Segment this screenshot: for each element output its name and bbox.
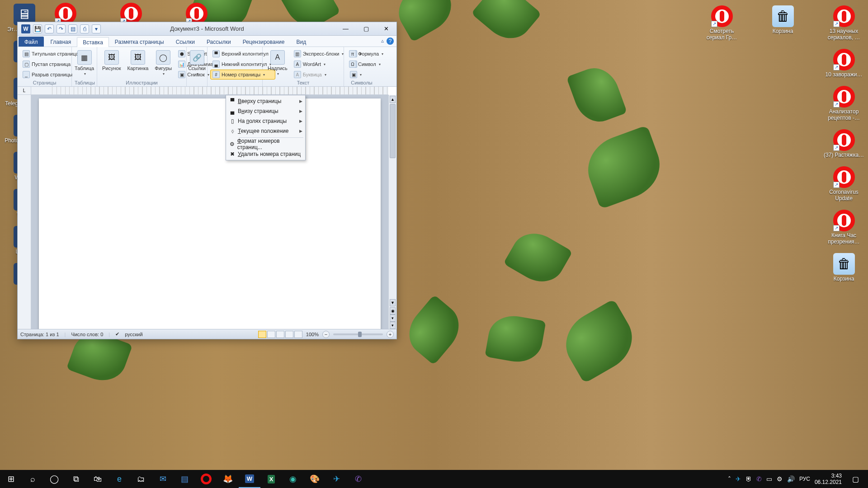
start-button[interactable]: ⊞ — [0, 470, 22, 488]
taskbar-word[interactable]: W — [239, 470, 260, 488]
horizontal-ruler[interactable] — [31, 87, 388, 95]
qat-new-button[interactable]: ▤ — [68, 24, 77, 33]
titlebar[interactable]: W 💾 ↶ ↷ ▤ ⎙ ▾ Документ3 - Microsoft Word… — [18, 22, 396, 36]
browse-object-button[interactable]: ▾ — [390, 314, 396, 322]
desktop-icon-watch-serial[interactable]: ↗Смотреть сериал Гр… — [702, 5, 742, 41]
menu-top-of-page[interactable]: ▀Вверху страницы▶ — [227, 96, 304, 106]
qat-redo-button[interactable]: ↷ — [57, 24, 66, 33]
view-outline[interactable] — [285, 331, 293, 338]
textbox-button[interactable]: AНадпись▾ — [265, 49, 290, 77]
desktop-icon-10-zav[interactable]: ↗10 заворажи… — [824, 49, 864, 78]
taskbar-opera[interactable] — [195, 470, 217, 488]
tab-home[interactable]: Главная — [45, 37, 77, 47]
vertical-scrollbar[interactable]: ▲ ▼ ◉ ▾ ▾ — [388, 95, 396, 329]
desktop-icon-recycle-bin-2[interactable]: 🗑Корзина — [824, 253, 864, 282]
search-button[interactable]: ⌕ — [22, 470, 43, 488]
tray-security-icon[interactable]: ⛨ — [745, 475, 752, 483]
view-fullscreen-reading[interactable] — [267, 331, 275, 338]
status-spellcheck-icon[interactable]: ✔ — [115, 331, 119, 337]
action-center-button[interactable]: ▢ — [846, 470, 864, 488]
symbol-button[interactable]: ΩСимвол▾ — [347, 59, 386, 69]
cortana-button[interactable]: ◯ — [43, 470, 65, 488]
table-button[interactable]: ▦Таблица▾ — [72, 49, 96, 77]
clipart-button[interactable]: 🖼Картинка — [125, 49, 151, 72]
menu-current-position[interactable]: ⎀Текущее положение▶ — [227, 126, 304, 136]
tray-overflow-icon[interactable]: ˄ — [728, 475, 731, 483]
desktop-icon-label: 10 заворажи… — [826, 71, 863, 78]
tab-review[interactable]: Рецензирование — [237, 37, 291, 47]
tray-volume-icon[interactable]: 🔊 — [787, 475, 795, 483]
status-language[interactable]: русский — [125, 332, 142, 337]
vertical-ruler[interactable] — [18, 95, 31, 329]
desktop-icon-13-sci[interactable]: ↗13 научных сериалов, … — [824, 5, 864, 41]
zoom-in-button[interactable]: + — [387, 331, 394, 338]
desktop-icon-recycle-bin[interactable]: 🗑Корзина — [763, 5, 803, 34]
scroll-thumb[interactable] — [390, 104, 396, 158]
scroll-up-button[interactable]: ▲ — [390, 96, 396, 103]
tab-mailings[interactable]: Рассылки — [201, 37, 237, 47]
wordart-button[interactable]: AWordArt▾ — [292, 59, 346, 69]
help-button[interactable]: ? — [387, 38, 394, 45]
desktop-icon-kniga[interactable]: ↗Книга Час презрения… — [824, 210, 864, 245]
taskbar-ie[interactable]: e — [108, 470, 130, 488]
desktop-icon-corona[interactable]: ↗Coronavirus Update — [824, 166, 864, 202]
close-button[interactable]: ✕ — [376, 22, 396, 35]
taskbar-app1[interactable]: ▤ — [174, 470, 195, 488]
tray-language[interactable]: РУС — [799, 476, 810, 482]
view-draft[interactable] — [294, 331, 302, 338]
taskbar-excel[interactable]: X — [260, 470, 282, 488]
tray-viber-icon[interactable]: ✆ — [756, 475, 762, 483]
tray-network-icon[interactable]: ⚙ — [777, 475, 783, 483]
status-page[interactable]: Страница: 1 из 1 — [20, 332, 59, 337]
menu-page-margins[interactable]: ▯На полях страницы▶ — [227, 116, 304, 126]
tray-telegram-icon[interactable]: ✈ — [736, 475, 741, 483]
document-viewport[interactable] — [31, 95, 388, 329]
qat-undo-button[interactable]: ↶ — [45, 24, 54, 33]
menu-format-page-numbers[interactable]: ⚙Формат номеров страниц... — [227, 139, 304, 149]
status-word-count[interactable]: Число слов: 0 — [71, 332, 103, 337]
tab-page-layout[interactable]: Разметка страницы — [109, 37, 170, 47]
desktop-icon-analyzer[interactable]: ↗Анализатор рецептов -… — [824, 86, 864, 121]
links-button[interactable]: 🔗Ссылки▾ — [186, 49, 208, 77]
zoom-out-button[interactable]: − — [322, 331, 330, 338]
qat-save-button[interactable]: 💾 — [33, 24, 42, 33]
tab-file[interactable]: Файл — [19, 37, 44, 47]
task-view-button[interactable]: ⧉ — [65, 470, 87, 488]
shapes-button[interactable]: ◯Фигуры▾ — [152, 49, 174, 77]
desktop-icon-37-ras[interactable]: ↗(37) Растяжка… — [824, 129, 864, 158]
minimize-ribbon-button[interactable]: ▵ — [381, 38, 384, 45]
ruler-tab-selector[interactable]: L — [18, 87, 31, 95]
document-page[interactable] — [39, 99, 381, 329]
picture-button[interactable]: 🖼Рисунок — [100, 49, 123, 72]
taskbar-edge[interactable]: ◉ — [282, 470, 304, 488]
equation-button[interactable]: πФормула▾ — [347, 49, 386, 59]
tab-view[interactable]: Вид — [290, 37, 312, 47]
group-label-pages: Страницы — [20, 80, 69, 86]
menu-bottom-of-page[interactable]: ▄Внизу страницы▶ — [227, 106, 304, 116]
menu-remove-page-numbers[interactable]: ✖Удалить номера страниц — [227, 149, 304, 159]
zoom-slider[interactable] — [333, 333, 383, 335]
next-page-button[interactable]: ▾ — [390, 322, 396, 329]
taskbar-viber[interactable]: ✆ — [347, 470, 369, 488]
taskbar-mail[interactable]: ✉ — [152, 470, 174, 488]
minimize-button[interactable]: — — [335, 22, 356, 35]
taskbar-firefox[interactable]: 🦊 — [217, 470, 239, 488]
tray-battery-icon[interactable]: ▭ — [766, 475, 772, 483]
taskbar-telegram[interactable]: ✈ — [326, 470, 347, 488]
maximize-button[interactable]: ▢ — [356, 22, 376, 35]
taskbar-paint[interactable]: 🎨 — [304, 470, 326, 488]
view-web-layout[interactable] — [276, 331, 284, 338]
tray-clock[interactable]: 3:43 06.12.2021 — [815, 473, 842, 485]
taskbar-store[interactable]: 🛍 — [87, 470, 108, 488]
taskbar-explorer[interactable]: 🗂 — [130, 470, 152, 488]
view-print-layout[interactable] — [258, 331, 266, 338]
scroll-down-button[interactable]: ▼ — [390, 299, 396, 306]
dropcap-button[interactable]: AБуквица▾ — [292, 70, 346, 80]
qat-customize-button[interactable]: ▾ — [92, 24, 101, 33]
tab-insert[interactable]: Вставка — [77, 37, 109, 47]
prev-page-button[interactable]: ◉ — [390, 307, 396, 314]
quickparts-button[interactable]: ▥Экспресс-блоки▾ — [292, 49, 346, 59]
qat-print-button[interactable]: ⎙ — [80, 24, 89, 33]
zoom-level[interactable]: 100% — [306, 332, 319, 337]
tab-references[interactable]: Ссылки — [170, 37, 201, 47]
